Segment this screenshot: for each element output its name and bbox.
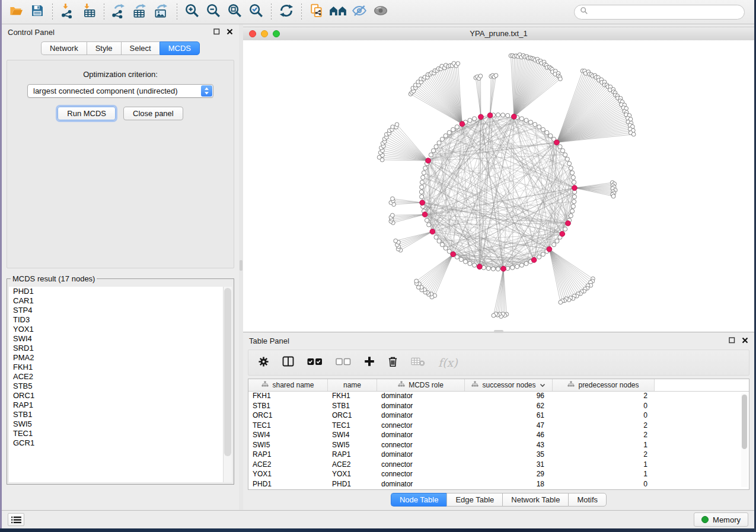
- cell-predecessor-nodes[interactable]: 0: [553, 411, 655, 419]
- toggle-panes-button[interactable]: [282, 356, 294, 369]
- cell-MCDS-role[interactable]: dominator: [377, 450, 465, 459]
- cell-successor-nodes[interactable]: 31: [465, 460, 553, 469]
- first-neighbors-button[interactable]: [327, 2, 349, 21]
- table-row[interactable]: PHD1PHD1dominator180: [248, 479, 739, 489]
- cell-MCDS-role[interactable]: dominator: [377, 392, 465, 400]
- network-canvas[interactable]: [243, 40, 754, 332]
- cell-shared-name[interactable]: YOX1: [248, 470, 328, 478]
- cell-name[interactable]: SWI5: [328, 441, 377, 449]
- table-tab-motifs[interactable]: Motifs: [568, 493, 607, 507]
- result-node[interactable]: ACE2: [9, 372, 223, 382]
- close-panel-icon[interactable]: [227, 28, 233, 37]
- vertical-splitter[interactable]: [239, 24, 243, 510]
- cell-shared-name[interactable]: PHD1: [248, 480, 328, 488]
- cell-MCDS-role[interactable]: dominator: [377, 402, 465, 410]
- result-node[interactable]: PMA2: [9, 353, 223, 363]
- zoom-fit-button[interactable]: [224, 2, 245, 21]
- cell-name[interactable]: TEC1: [328, 421, 377, 430]
- cell-shared-name[interactable]: ACE2: [248, 460, 328, 469]
- tab-style[interactable]: Style: [87, 41, 121, 55]
- table-row[interactable]: FKH1FKH1dominator962: [248, 391, 739, 401]
- close-mcds-panel-button[interactable]: Close panel: [123, 107, 183, 120]
- result-node[interactable]: SRD1: [9, 344, 223, 353]
- cell-predecessor-nodes[interactable]: 0: [553, 402, 655, 410]
- table-tab-edge-table[interactable]: Edge Table: [446, 493, 502, 507]
- result-node[interactable]: SWI5: [9, 419, 223, 429]
- cell-successor-nodes[interactable]: 96: [465, 392, 553, 400]
- cell-shared-name[interactable]: ORC1: [248, 411, 328, 419]
- cell-successor-nodes[interactable]: 29: [465, 470, 553, 478]
- cell-name[interactable]: PHD1: [328, 480, 377, 488]
- cell-predecessor-nodes[interactable]: 1: [553, 470, 655, 478]
- cell-predecessor-nodes[interactable]: 1: [553, 441, 655, 449]
- search-field[interactable]: [574, 5, 745, 20]
- cell-shared-name[interactable]: SWI5: [248, 441, 328, 449]
- cell-MCDS-role[interactable]: connector: [377, 470, 465, 478]
- table-tab-node-table[interactable]: Node Table: [391, 493, 447, 507]
- cell-predecessor-nodes[interactable]: 2: [553, 450, 655, 459]
- cell-successor-nodes[interactable]: 35: [465, 450, 553, 459]
- result-node[interactable]: CAR1: [9, 296, 223, 306]
- cell-shared-name[interactable]: STB1: [248, 402, 328, 410]
- cell-successor-nodes[interactable]: 46: [465, 431, 553, 439]
- result-node[interactable]: STP4: [9, 306, 223, 315]
- float-table-panel-icon[interactable]: [729, 336, 735, 345]
- cell-shared-name[interactable]: RAP1: [248, 450, 328, 459]
- cell-MCDS-role[interactable]: dominator: [377, 480, 465, 488]
- zoom-out-button[interactable]: [203, 2, 224, 21]
- table-row[interactable]: SWI4SWI4dominator462: [248, 430, 739, 440]
- column-header-predecessor-nodes[interactable]: predecessor nodes: [553, 379, 655, 391]
- tab-network[interactable]: Network: [41, 41, 87, 55]
- cell-MCDS-role[interactable]: connector: [377, 421, 465, 430]
- cell-predecessor-nodes[interactable]: 2: [553, 392, 655, 400]
- column-header-shared-name[interactable]: shared name: [248, 379, 328, 391]
- zoom-selected-button[interactable]: [245, 2, 267, 21]
- refresh-button[interactable]: [276, 2, 297, 21]
- cell-name[interactable]: SWI4: [328, 431, 377, 439]
- cell-shared-name[interactable]: FKH1: [248, 392, 328, 400]
- cell-successor-nodes[interactable]: 61: [465, 411, 553, 419]
- cell-MCDS-role[interactable]: dominator: [377, 411, 465, 419]
- cell-name[interactable]: FKH1: [328, 392, 377, 400]
- cell-shared-name[interactable]: SWI4: [248, 431, 328, 439]
- tab-mcds[interactable]: MCDS: [160, 41, 200, 55]
- splitter-grip[interactable]: [240, 260, 243, 271]
- network-window-titlebar[interactable]: YPA_prune.txt_1: [243, 27, 754, 41]
- memory-button[interactable]: Memory: [694, 512, 748, 527]
- table-row[interactable]: ACE2ACE2connector311: [248, 460, 739, 470]
- hide-selected-button[interactable]: [349, 2, 370, 21]
- result-node[interactable]: FKH1: [9, 363, 223, 372]
- show-panels-button[interactable]: [8, 513, 24, 526]
- table-row[interactable]: TEC1TEC1connector472: [248, 421, 739, 431]
- cell-shared-name[interactable]: TEC1: [248, 421, 328, 430]
- result-node[interactable]: STB1: [9, 410, 223, 419]
- criterion-dropdown[interactable]: largest connected component (undirected): [27, 84, 213, 98]
- column-header-name[interactable]: name: [328, 379, 377, 391]
- result-node[interactable]: SWI4: [9, 334, 223, 344]
- deselect-all-rows-button[interactable]: [336, 357, 351, 368]
- cell-name[interactable]: ACE2: [328, 460, 377, 469]
- cell-predecessor-nodes[interactable]: 1: [553, 460, 655, 469]
- cell-successor-nodes[interactable]: 43: [465, 441, 553, 449]
- cell-successor-nodes[interactable]: 18: [465, 480, 553, 488]
- cell-MCDS-role[interactable]: dominator: [377, 431, 465, 439]
- result-node[interactable]: PHD1: [9, 287, 223, 296]
- import-table-button[interactable]: [78, 2, 100, 21]
- cell-MCDS-role[interactable]: connector: [377, 441, 465, 449]
- cell-name[interactable]: YOX1: [328, 470, 377, 478]
- export-network-button[interactable]: [109, 2, 130, 21]
- select-all-rows-button[interactable]: [307, 357, 323, 368]
- result-node[interactable]: TID3: [9, 315, 223, 325]
- close-table-panel-icon[interactable]: [742, 336, 748, 345]
- table-tab-network-table[interactable]: Network Table: [502, 493, 568, 507]
- cell-name[interactable]: RAP1: [328, 450, 377, 459]
- result-node[interactable]: RAP1: [9, 400, 223, 410]
- table-row[interactable]: SWI5SWI5connector431: [248, 440, 739, 450]
- mcds-result-list[interactable]: PHD1CAR1STP4TID3YOX1SWI4SRD1PMA2FKH1ACE2…: [9, 287, 224, 482]
- table-row[interactable]: ORC1ORC1dominator610: [248, 411, 739, 421]
- search-input[interactable]: [591, 7, 744, 17]
- delete-columns-button[interactable]: [388, 356, 398, 370]
- zoom-in-button[interactable]: [181, 2, 203, 21]
- run-mcds-button[interactable]: Run MCDS: [58, 107, 116, 120]
- cell-predecessor-nodes[interactable]: 2: [553, 431, 655, 439]
